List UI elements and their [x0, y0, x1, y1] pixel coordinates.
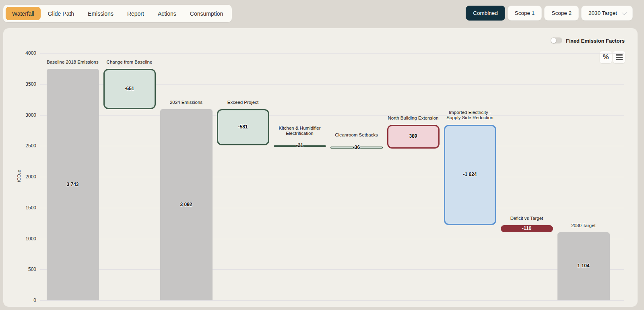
bar-value-2024-emissions: 3 092 [160, 202, 213, 207]
grid-line [40, 269, 624, 270]
bar-value-exceed-project: -581 [217, 124, 269, 130]
tab-report[interactable]: Report [121, 7, 151, 20]
bar-value-imported-electricity-supply-side-reduction: -1 624 [444, 172, 496, 177]
scope-button-combined[interactable]: Combined [466, 6, 505, 21]
bar-value-change-from-baseline: -651 [103, 86, 156, 91]
grid-line [40, 239, 624, 239]
scope-button-scope-2[interactable]: Scope 2 [544, 6, 579, 21]
menu-icon [616, 54, 623, 61]
bar-label-cleanroom-setbacks: Cleanroom Setbacks [321, 132, 392, 138]
bar-value-2030-target: 1 104 [557, 263, 610, 269]
y-tick-label: 500 [12, 267, 36, 272]
bar-value-north-building-extension: 389 [387, 133, 440, 139]
target-dropdown[interactable]: 2030 Target [581, 6, 633, 21]
tab-emissions[interactable]: Emissions [81, 7, 120, 20]
bar-value-deficit-vs-target: -116 [501, 225, 553, 231]
y-tick-label: 3500 [12, 81, 36, 87]
view-tabs: WaterfallGlide PathEmissionsReportAction… [3, 5, 232, 22]
grid-line [40, 177, 624, 177]
y-tick-label: 1500 [12, 205, 36, 211]
y-tick-label: 1000 [12, 236, 36, 242]
percent-icon: % [603, 53, 609, 61]
tab-actions[interactable]: Actions [151, 7, 183, 20]
bar-value-cleanroom-setbacks: -36 [330, 145, 383, 150]
page: WaterfallGlide PathEmissionsReportAction… [0, 0, 644, 310]
fixed-emission-factors-label: Fixed Emission Factors [566, 38, 625, 44]
bar-label-2030-target: 2030 Target [548, 223, 619, 228]
scope-button-scope-1[interactable]: Scope 1 [508, 6, 542, 21]
tab-glide-path[interactable]: Glide Path [41, 7, 80, 20]
fixed-emission-factors-toggle[interactable] [551, 37, 562, 43]
chevron-down-icon [622, 10, 627, 15]
toggle-knob [551, 38, 556, 43]
bar-value-kitchen-humidifier-electrification: -21 [274, 143, 326, 148]
bar-label-deficit-vs-target: Deficit vs Target [491, 215, 562, 221]
y-tick-label: 2500 [12, 143, 36, 149]
grid-line [40, 53, 624, 54]
grid-line [40, 300, 624, 301]
target-dropdown-label: 2030 Target [588, 10, 617, 16]
bar-label-imported-electricity-supply-side-reduction: Imported Electricity - Supply Side Reduc… [435, 110, 506, 121]
tab-waterfall[interactable]: Waterfall [6, 7, 41, 20]
bar-label-exceed-project: Exceed Project [208, 100, 279, 105]
bar-label-change-from-baseline: Change from Baseline [94, 60, 165, 65]
bar-value-baseline-2018-emissions: 3 743 [47, 182, 99, 187]
y-tick-label: 4000 [12, 50, 36, 56]
y-tick-label: 3000 [12, 112, 36, 118]
y-tick-label: 0 [12, 298, 36, 303]
y-tick-label: 2000 [12, 174, 36, 180]
grid-line [40, 208, 624, 208]
grid-line [40, 115, 624, 116]
scope-buttons: CombinedScope 1Scope 22030 Target [466, 6, 633, 21]
tab-consumption[interactable]: Consumption [184, 7, 230, 20]
